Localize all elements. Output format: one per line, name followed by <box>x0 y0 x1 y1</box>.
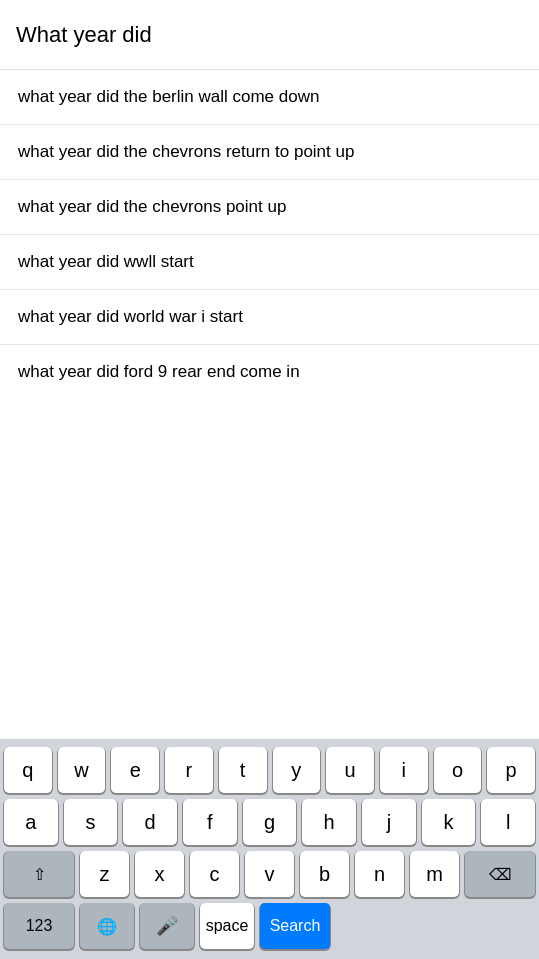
keyboard-row-3: ⇧ z x c v b n m ⌫ <box>0 851 539 897</box>
keyboard-row-1: q w e r t y u i o p <box>0 747 539 793</box>
key-y[interactable]: y <box>273 747 321 793</box>
key-b[interactable]: b <box>300 851 349 897</box>
key-e[interactable]: e <box>111 747 159 793</box>
key-x[interactable]: x <box>135 851 184 897</box>
key-a[interactable]: a <box>4 799 58 845</box>
search-button[interactable]: Search <box>260 903 330 949</box>
key-g[interactable]: g <box>243 799 297 845</box>
key-m[interactable]: m <box>410 851 459 897</box>
key-h[interactable]: h <box>302 799 356 845</box>
key-q[interactable]: q <box>4 747 52 793</box>
search-bar <box>0 0 539 70</box>
search-input[interactable] <box>16 22 491 48</box>
suggestion-item[interactable]: what year did the chevrons return to poi… <box>0 125 539 180</box>
key-f[interactable]: f <box>183 799 237 845</box>
key-o[interactable]: o <box>434 747 482 793</box>
shift-key[interactable]: ⇧ <box>4 851 74 897</box>
key-l[interactable]: l <box>481 799 535 845</box>
suggestion-item[interactable]: what year did wwll start <box>0 235 539 290</box>
globe-key[interactable]: 🌐 <box>80 903 134 949</box>
key-r[interactable]: r <box>165 747 213 793</box>
keyboard-bottom-row: 123 🌐 🎤 space Search <box>0 903 539 949</box>
key-w[interactable]: w <box>58 747 106 793</box>
suggestion-item[interactable]: what year did the chevrons point up <box>0 180 539 235</box>
suggestion-item[interactable]: what year did the berlin wall come down <box>0 70 539 125</box>
suggestions-list: what year did the berlin wall come downw… <box>0 70 539 400</box>
key-n[interactable]: n <box>355 851 404 897</box>
clear-button[interactable] <box>491 19 523 51</box>
search-panel: what year did the berlin wall come downw… <box>0 0 539 739</box>
suggestion-item[interactable]: what year did ford 9 rear end come in <box>0 345 539 399</box>
key-v[interactable]: v <box>245 851 294 897</box>
keyboard-row-2: a s d f g h j k l <box>0 799 539 845</box>
keyboard: q w e r t y u i o p a s d f g h j k l ⇧ … <box>0 739 539 959</box>
key-p[interactable]: p <box>487 747 535 793</box>
key-c[interactable]: c <box>190 851 239 897</box>
key-s[interactable]: s <box>64 799 118 845</box>
key-k[interactable]: k <box>422 799 476 845</box>
microphone-key[interactable]: 🎤 <box>140 903 194 949</box>
numbers-key[interactable]: 123 <box>4 903 74 949</box>
key-u[interactable]: u <box>326 747 374 793</box>
key-t[interactable]: t <box>219 747 267 793</box>
suggestion-item[interactable]: what year did world war i start <box>0 290 539 345</box>
key-i[interactable]: i <box>380 747 428 793</box>
space-key[interactable]: space <box>200 903 254 949</box>
key-z[interactable]: z <box>80 851 129 897</box>
backspace-key[interactable]: ⌫ <box>465 851 535 897</box>
key-j[interactable]: j <box>362 799 416 845</box>
key-d[interactable]: d <box>123 799 177 845</box>
